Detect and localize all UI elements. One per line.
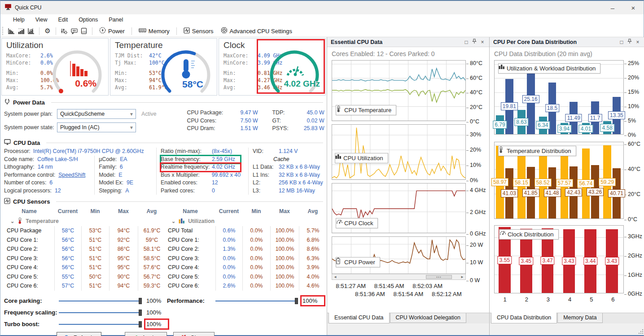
column-header[interactable]: Current (215, 208, 242, 214)
menu-item-options[interactable]: Options (73, 16, 103, 24)
power-button[interactable]: Power (96, 26, 128, 35)
field-value: A (125, 187, 129, 195)
power-plan-active-label: Active (141, 111, 157, 117)
power-state-select[interactable]: Plugged In (AC) ▼ (57, 122, 136, 132)
column-header[interactable]: Max (109, 208, 138, 214)
resize-grip[interactable] (638, 329, 644, 334)
max-value: 100.0% (270, 263, 299, 272)
maximize-panel-icon[interactable]: □ (618, 39, 626, 45)
slider-thumb[interactable] (295, 298, 298, 304)
data-row: GT:0.02 W (272, 117, 324, 125)
column-header[interactable]: Min (81, 208, 109, 214)
column-header[interactable]: Avg (138, 208, 166, 214)
current-value: 0.0% (215, 272, 242, 282)
menu-item-view[interactable]: View (30, 16, 53, 24)
menu-item-edit[interactable]: Edit (53, 16, 74, 24)
legend-label: Utilization & Workload Distribution (507, 65, 596, 72)
memory-button[interactable]: Memory (135, 27, 173, 35)
bar-value-label: 41.48 (543, 189, 561, 197)
chart-scrollbar[interactable]: ◄ ▪▪▪ ► (332, 274, 466, 280)
slider-thumb[interactable] (139, 321, 142, 327)
column-header[interactable]: Current (54, 208, 81, 214)
column-header[interactable]: Min (242, 208, 270, 214)
column-header[interactable]: Max (270, 208, 299, 214)
current-value: 0.6% (215, 226, 242, 236)
sensor-row: CPU Core 5:55°C50°C90°C56.7°C (4, 272, 162, 282)
clock-distribution-legend: Clock Distribution (499, 229, 559, 240)
close-panel-icon[interactable]: × (634, 39, 642, 45)
cpu-clock-chart: CPU Clock 4 GHz2 GHz0 GHz (327, 181, 489, 234)
tab-cpu-workload-delegation[interactable]: CPU Workload Delegation (390, 313, 466, 323)
min-value: 0.0% (242, 272, 270, 282)
comment-icon[interactable] (69, 26, 79, 35)
power-plan-select[interactable]: QuickCpuScheme ▼ (57, 109, 136, 119)
sensor-name: CPU Core 4: (4, 264, 54, 271)
slider-thumb[interactable] (139, 310, 142, 316)
menu-item-help[interactable]: Help (8, 16, 30, 24)
power-y-axis: 20 W10 W0 W (466, 236, 486, 281)
gear-icon[interactable]: ⚙ (43, 26, 53, 35)
avg-value: 58.1°C (138, 244, 166, 254)
column-header[interactable]: Name (4, 208, 54, 214)
scroll-left-icon[interactable]: ◄ (332, 275, 338, 279)
frequency-scaling-slider[interactable] (59, 309, 142, 316)
chart-trend-icon[interactable] (26, 26, 36, 35)
y-axis-label: 3GHz (628, 233, 642, 240)
field-label: Bus x Multiplier: (161, 171, 209, 179)
gauges-row: Utilization MaxCore:2.6%MinCore:0.0% Min… (0, 37, 327, 96)
cpu_utilization-plot (332, 125, 465, 179)
maximize-panel-icon[interactable]: □ (462, 39, 470, 45)
close-dialog-button[interactable]: ✘ Close (173, 332, 215, 336)
scrollbar-thumb[interactable]: ▪▪▪ (426, 275, 452, 279)
tab-memory-data[interactable]: Memory Data (557, 313, 602, 323)
close-button[interactable]: × (623, 1, 644, 14)
tab-essential-cpu-data[interactable]: Essential CPU Data (329, 313, 390, 323)
turbo-boost-label: Turbo boost: (4, 321, 59, 327)
advanced-cpu-settings-button[interactable]: Advanced CPU Settings (217, 26, 296, 35)
close-panel-icon[interactable]: × (478, 39, 486, 45)
current-value: 58°C (54, 226, 81, 236)
pin-icon[interactable] (470, 39, 478, 45)
avg-value: 59°C (138, 236, 166, 245)
bar-value-label: 11.7 (588, 114, 602, 122)
log-icon[interactable]: LOG (79, 26, 89, 35)
menu-item-panel[interactable]: Panel (103, 16, 128, 24)
apply-button[interactable]: ✔ Apply (125, 332, 167, 336)
current-value: 0.0% (215, 254, 242, 263)
performance-value: 100% (302, 297, 323, 304)
frequency-scaling-slider-row: Frequency scaling: 100% (4, 307, 167, 319)
bar-value-label: 3.94 (557, 125, 571, 133)
sensor-name: CPU Total (165, 227, 215, 234)
chevron-down-icon[interactable]: ⌄ (171, 218, 175, 224)
toolbar-grip[interactable] (2, 27, 4, 35)
performance-slider[interactable] (215, 297, 298, 305)
slider-thumb[interactable] (139, 298, 142, 304)
pin-icon[interactable] (626, 39, 634, 45)
chart-ascending-icon[interactable] (16, 26, 26, 35)
essential-tab-strip: Essential CPU DataCPU Workload Delegatio… (327, 313, 489, 323)
column-header[interactable]: Name (165, 208, 215, 214)
tab-cpu-data-distribution[interactable]: CPU Data Distribution (491, 313, 557, 323)
field-label: Max: (115, 77, 149, 84)
column-header[interactable]: Avg (299, 208, 327, 214)
scroll-right-icon[interactable]: ► (459, 275, 465, 279)
cpu-chip-icon (221, 27, 228, 35)
core-parking-slider[interactable] (59, 297, 142, 305)
y-axis-label: 25% (628, 60, 639, 66)
speedshift-link[interactable]: SpeedShift (58, 171, 85, 179)
current-value: 56°C (54, 236, 81, 245)
chart-descending-icon[interactable] (6, 26, 16, 35)
max-value: 86°C (109, 244, 138, 254)
field-label: MinCore: (223, 59, 258, 66)
annotation-box-clock-gauge (257, 39, 325, 94)
minimize-button[interactable]: – (602, 1, 623, 14)
cores-enabled-status: Cores Enabled: 12 - Cores Parked: 0 (327, 47, 489, 58)
refresh-button[interactable]: ⟳ Refresh (57, 332, 101, 336)
sensors-button[interactable]: Sensors (180, 27, 217, 35)
power-plan-value: QuickCpuScheme (60, 111, 105, 117)
chevron-down-icon[interactable]: ⌄ (10, 218, 14, 224)
y-axis-label: 0% (470, 177, 478, 183)
tune-sliders-icon[interactable] (59, 26, 69, 35)
turbo-boost-slider[interactable] (59, 321, 142, 328)
bar-value-label: 41.85 (522, 189, 539, 197)
